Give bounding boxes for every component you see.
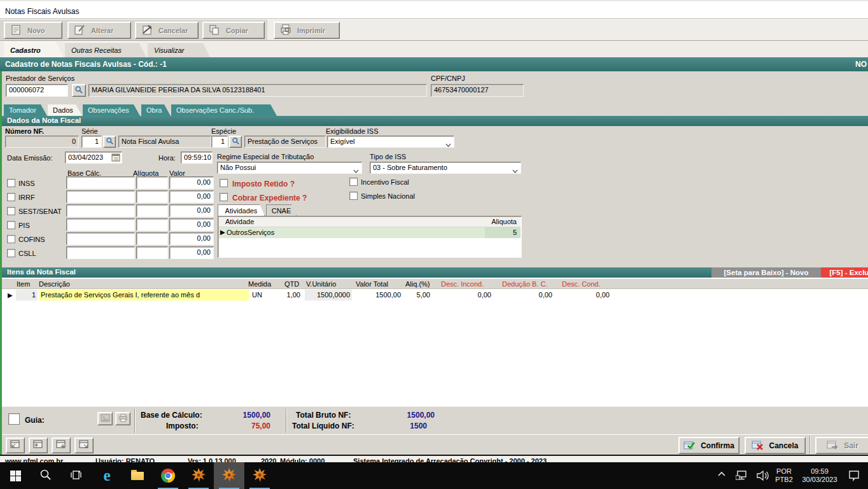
sest-senat-valor-field[interactable]: 0,00 <box>169 204 214 217</box>
confirma-button[interactable]: Confirma <box>678 437 739 454</box>
toolbar-button-alterar[interactable]: Alterar <box>67 22 131 39</box>
file-explorer-button[interactable] <box>122 462 153 489</box>
inss-valor-field[interactable]: 0,00 <box>169 176 214 189</box>
copy-icon <box>208 24 221 37</box>
tab-outras-receitas[interactable]: Outras Receitas <box>65 42 146 57</box>
cofins-checkbox[interactable] <box>7 235 15 243</box>
pis-aliquota-field[interactable] <box>136 218 168 231</box>
prestador-search-button[interactable] <box>72 84 86 97</box>
app-window-button-3[interactable] <box>244 462 275 489</box>
inss-base-field[interactable] <box>66 176 135 189</box>
especie-search-button[interactable] <box>229 136 242 148</box>
guia-print-button[interactable] <box>115 412 130 425</box>
especie-field[interactable]: 1 <box>211 136 228 148</box>
record-nav-button-3[interactable] <box>52 437 71 453</box>
sest-senat-aliquota-field[interactable] <box>136 204 168 217</box>
item-descricao-cell: Prestação de Serviços Gerais I, referent… <box>39 290 249 301</box>
irrf-base-field[interactable] <box>66 190 135 203</box>
record-nav-button-2[interactable] <box>29 437 48 453</box>
record-nav-button-4[interactable] <box>74 437 94 453</box>
tray-volume[interactable] <box>756 470 770 483</box>
col-deducao-bc: Dedução B. C. <box>502 279 548 289</box>
tipo-iss-select[interactable]: 03 - Sobre Faturamento <box>370 162 521 174</box>
inss-checkbox[interactable] <box>7 179 15 187</box>
irrf-checkbox[interactable] <box>7 193 15 201</box>
pis-valor-field[interactable]: 0,00 <box>169 218 214 231</box>
guia-view-button[interactable] <box>97 412 113 425</box>
calendar-icon[interactable] <box>111 153 121 164</box>
atividade-row[interactable]: ▶ OutrosServiços 5 <box>219 227 521 238</box>
internet-explorer-button[interactable]: e <box>92 462 122 489</box>
tab-dados[interactable]: Dados <box>48 104 82 116</box>
speaker-icon <box>756 470 770 481</box>
cofins-base-field[interactable] <box>66 232 135 245</box>
pis-checkbox[interactable] <box>7 221 15 229</box>
irrf-valor-field[interactable]: 0,00 <box>169 190 214 203</box>
tab-observacoes-canc-sub[interactable]: Observações Canc./Sub. <box>171 104 277 116</box>
phoenix-app-icon <box>221 467 237 484</box>
toolbar-button-cancelar[interactable]: Cancelar <box>135 22 199 39</box>
start-button[interactable] <box>0 462 31 489</box>
inss-label: INSS <box>18 180 35 187</box>
incentivo-fiscal-checkbox[interactable] <box>349 178 358 186</box>
cofins-valor-field[interactable]: 0,00 <box>169 232 214 245</box>
sest-senat-checkbox[interactable] <box>7 207 15 215</box>
tab-tomador[interactable]: Tomador <box>4 104 47 116</box>
task-view-button[interactable] <box>61 462 92 489</box>
csll-label: CSLL <box>18 250 36 257</box>
guia-checkbox[interactable] <box>8 413 20 425</box>
simples-nacional-checkbox[interactable] <box>349 192 358 200</box>
tray-chevron-up[interactable] <box>717 469 727 481</box>
csll-valor-field[interactable]: 0,00 <box>169 246 214 259</box>
pis-base-field[interactable] <box>66 218 135 231</box>
col-desc-cond: Desc. Cond. <box>562 279 601 289</box>
cofins-aliquota-field[interactable] <box>136 232 168 245</box>
csll-checkbox[interactable] <box>7 249 15 257</box>
tab-label: Observações Canc./Sub. <box>176 106 254 114</box>
hora-field[interactable]: 09:59:10 <box>181 152 213 164</box>
tab-obra[interactable]: Obra <box>141 104 171 116</box>
regime-select[interactable]: Não Possui <box>217 162 362 174</box>
application-window: Notas Fiscais Avulsas Novo Alterar Cance… <box>0 0 868 489</box>
tray-clock[interactable]: 09:59 30/03/2023 <box>797 467 843 484</box>
toolbar-button-imprimir[interactable]: Imprimir <box>274 22 340 39</box>
serie-field[interactable]: 1 <box>81 136 102 148</box>
tab-cadastro[interactable]: Cadastro <box>4 42 64 57</box>
separator <box>809 436 811 454</box>
item-row[interactable]: ▶ 1 Prestação de Serviços Gerais I, refe… <box>2 290 868 301</box>
exigibilidade-select[interactable]: Exigível <box>327 136 454 148</box>
action-center-button[interactable] <box>848 469 860 483</box>
tray-network[interactable] <box>736 470 748 483</box>
cobrar-expediente-checkbox[interactable] <box>220 193 228 201</box>
tab-visualizar[interactable]: Visualizar <box>148 42 210 57</box>
record-nav-button-1[interactable] <box>6 437 25 453</box>
col-descricao: Descrição <box>39 279 70 289</box>
numero-nf-field: 0 <box>5 136 79 148</box>
taskbar-search-button[interactable] <box>31 462 61 489</box>
tab-cnae[interactable]: CNAE <box>266 204 297 216</box>
inss-aliquota-field[interactable] <box>136 176 168 189</box>
tab-observacoes[interactable]: Observações <box>83 104 140 116</box>
hora-label: Hora: <box>158 154 176 162</box>
imposto-retido-checkbox[interactable] <box>220 179 228 187</box>
data-emissao-label: Data Emissão: <box>7 154 53 162</box>
csll-base-field[interactable] <box>66 246 135 259</box>
data-emissao-field[interactable]: 03/04/2023 <box>65 152 122 164</box>
col-medida: Medida <box>248 279 271 289</box>
internet-explorer-icon: e <box>103 469 110 483</box>
chrome-button[interactable] <box>153 462 183 489</box>
sair-button[interactable]: Sair <box>815 437 868 454</box>
app-window-button-1[interactable] <box>183 462 214 489</box>
irrf-aliquota-field[interactable] <box>136 190 168 203</box>
cancela-button[interactable]: Cancela <box>745 437 806 454</box>
sest-senat-base-field[interactable] <box>66 204 135 217</box>
csll-aliquota-field[interactable] <box>136 246 168 259</box>
toolbar-button-copiar[interactable]: Copiar <box>202 22 265 39</box>
tab-atividades[interactable]: Atividades <box>218 204 265 216</box>
serie-search-button[interactable] <box>103 136 116 148</box>
tray-language[interactable]: POR PTB2 <box>773 467 795 484</box>
prestador-code-field[interactable]: 000006072 <box>6 84 68 97</box>
app-window-button-2-active[interactable] <box>214 462 244 489</box>
regime-label: Regime Especial de Tributação <box>217 153 314 160</box>
toolbar-button-novo[interactable]: Novo <box>4 22 62 39</box>
